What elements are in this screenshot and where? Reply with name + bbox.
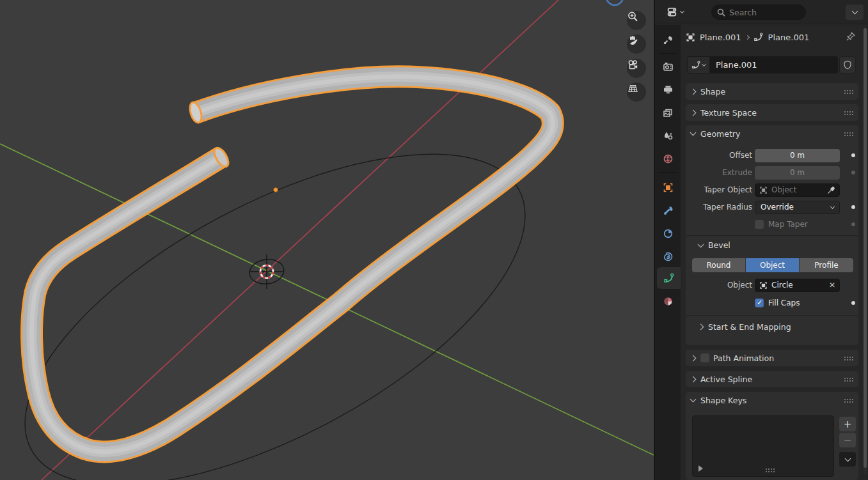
bevel-object-label: Object bbox=[669, 281, 752, 290]
pan-button[interactable] bbox=[627, 35, 646, 54]
object-icon bbox=[759, 186, 768, 194]
chevron-down-icon bbox=[698, 241, 704, 247]
taper-object-field[interactable]: Object bbox=[755, 183, 840, 197]
camera-view-button[interactable] bbox=[627, 59, 646, 78]
properties-content: Plane.001 Plane.001 bbox=[681, 25, 862, 480]
animate-dot[interactable] bbox=[851, 153, 855, 157]
tab-material[interactable] bbox=[655, 290, 681, 312]
curve-object-plane001 bbox=[32, 77, 553, 452]
tab-tool[interactable] bbox=[655, 29, 681, 50]
bevel-tab-profile[interactable]: Profile bbox=[800, 258, 853, 272]
panel-title: Shape Keys bbox=[700, 396, 746, 405]
clear-icon[interactable]: ✕ bbox=[829, 281, 835, 290]
animate-dot bbox=[851, 171, 855, 174]
curve-icon bbox=[691, 60, 701, 70]
curve-icon bbox=[754, 32, 764, 42]
extrude-field[interactable]: 0 m bbox=[755, 166, 840, 180]
editor-type-button[interactable] bbox=[663, 4, 688, 20]
properties-header bbox=[655, 0, 868, 24]
scrollbar-thumb[interactable] bbox=[864, 28, 867, 468]
map-taper-checkbox[interactable] bbox=[755, 220, 764, 229]
tab-physics[interactable] bbox=[655, 245, 681, 267]
bevel-type-segmented: Round Object Profile bbox=[692, 258, 853, 272]
material-sphere-icon bbox=[663, 296, 674, 307]
offset-label: Offset bbox=[669, 151, 752, 160]
scrollbar[interactable] bbox=[864, 27, 867, 474]
breadcrumb-object-name[interactable]: Plane.001 bbox=[700, 33, 741, 42]
panel-drag-grip[interactable] bbox=[844, 111, 853, 115]
eyedropper-icon[interactable] bbox=[827, 186, 835, 194]
datablock-name-input[interactable] bbox=[710, 56, 838, 74]
properties-editor-icon bbox=[667, 7, 679, 17]
panel-drag-grip[interactable] bbox=[844, 356, 853, 360]
animate-dot[interactable] bbox=[851, 205, 855, 209]
tab-output[interactable] bbox=[655, 79, 681, 100]
chevron-down-icon bbox=[851, 8, 858, 15]
panel-drag-grip[interactable] bbox=[844, 398, 853, 403]
shield-icon bbox=[843, 60, 852, 70]
path-animation-checkbox[interactable] bbox=[700, 353, 709, 362]
start-end-mapping-title: Start & End Mapping bbox=[708, 322, 791, 332]
filter-expand-icon[interactable] bbox=[698, 465, 703, 472]
panel-title: Active Spline bbox=[700, 375, 752, 384]
grid-icon bbox=[627, 82, 639, 95]
panel-title: Geometry bbox=[700, 129, 740, 139]
grid-toggle-button[interactable] bbox=[627, 82, 646, 102]
panel-geometry-header[interactable]: Geometry bbox=[686, 125, 858, 142]
pin-icon bbox=[846, 31, 856, 42]
tab-particles[interactable] bbox=[655, 222, 681, 244]
remove-shape-key-button[interactable]: − bbox=[839, 433, 856, 447]
physics-swirl-icon bbox=[663, 251, 674, 262]
fill-caps-checkbox[interactable] bbox=[755, 298, 764, 307]
chevron-right-icon bbox=[690, 355, 697, 361]
tab-scene[interactable] bbox=[655, 125, 681, 146]
search-box[interactable] bbox=[711, 4, 806, 20]
panel-title: Path Animation bbox=[713, 353, 774, 363]
tab-render[interactable] bbox=[655, 56, 681, 77]
taper-radius-label: Taper Radius bbox=[669, 203, 752, 212]
panel-drag-grip[interactable] bbox=[844, 132, 853, 136]
breadcrumb-separator-icon bbox=[745, 35, 750, 39]
chevron-down-icon bbox=[690, 130, 697, 136]
start-end-mapping-header[interactable]: Start & End Mapping bbox=[698, 322, 791, 332]
bevel-title: Bevel bbox=[708, 240, 730, 250]
panel-drag-grip[interactable] bbox=[844, 89, 853, 94]
bevel-tab-round[interactable]: Round bbox=[692, 258, 746, 272]
pin-button[interactable] bbox=[846, 31, 856, 44]
animate-dot[interactable] bbox=[851, 301, 855, 305]
tool-icon bbox=[663, 35, 674, 45]
panel-shape-keys-header[interactable]: Shape Keys bbox=[686, 392, 858, 408]
tab-view-layer[interactable] bbox=[655, 102, 681, 123]
panel-active-spline[interactable]: Active Spline bbox=[686, 371, 858, 387]
scene-icon bbox=[663, 130, 674, 141]
viewport-3d[interactable] bbox=[0, 0, 654, 480]
chevron-right-icon bbox=[690, 88, 697, 95]
axis-x-line bbox=[42, 0, 558, 480]
list-resize-grip[interactable] bbox=[765, 468, 775, 472]
bevel-subpanel-header[interactable]: Bevel bbox=[698, 240, 730, 250]
offset-field[interactable]: 0 m bbox=[755, 149, 840, 162]
plus-icon: + bbox=[844, 419, 852, 430]
zoom-button[interactable] bbox=[627, 11, 646, 30]
taper-radius-dropdown[interactable]: Override bbox=[755, 201, 840, 214]
bevel-object-field[interactable]: Circle ✕ bbox=[755, 279, 840, 292]
shape-key-specials-button[interactable] bbox=[839, 452, 856, 467]
panel-path-animation[interactable]: Path Animation bbox=[686, 350, 858, 366]
header-menu-button[interactable] bbox=[846, 4, 864, 20]
nav-gizmo-partial bbox=[606, 0, 623, 5]
panel-drag-grip[interactable] bbox=[844, 377, 853, 382]
datablock-type-button[interactable] bbox=[687, 56, 710, 74]
breadcrumb-data-name[interactable]: Plane.001 bbox=[768, 33, 810, 42]
fake-user-shield-button[interactable] bbox=[839, 56, 856, 74]
panel-texture-space[interactable]: Texture Space bbox=[686, 104, 858, 121]
orbit-icon bbox=[663, 228, 674, 239]
camera-icon bbox=[627, 59, 639, 71]
minus-icon: − bbox=[844, 435, 852, 446]
search-input[interactable] bbox=[729, 8, 793, 17]
object-icon bbox=[686, 33, 695, 42]
breadcrumb: Plane.001 Plane.001 bbox=[686, 29, 809, 45]
add-shape-key-button[interactable]: + bbox=[839, 417, 856, 431]
panel-shape[interactable]: Shape bbox=[686, 83, 858, 100]
bevel-tab-object[interactable]: Object bbox=[746, 258, 800, 272]
shape-keys-list[interactable] bbox=[692, 415, 834, 477]
